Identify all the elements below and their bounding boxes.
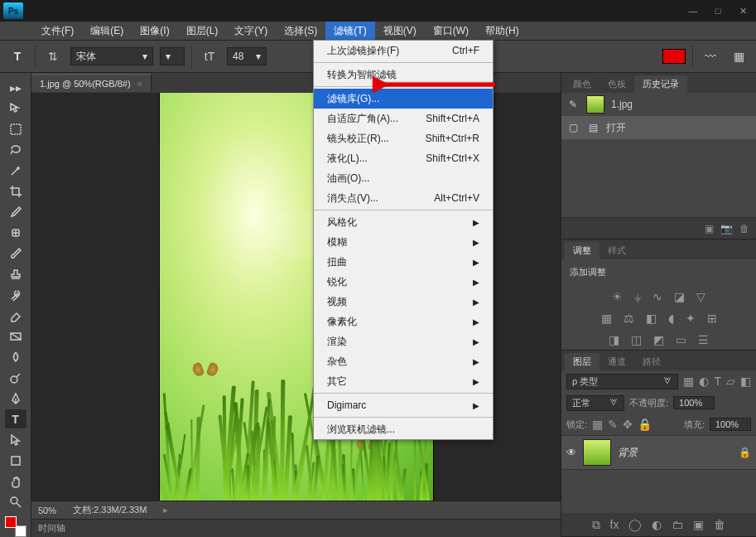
threshold-icon[interactable]: ◩	[653, 333, 664, 346]
balance-icon[interactable]: ⚖	[624, 312, 634, 325]
menu-item[interactable]: 镜头校正(R)...Shift+Ctrl+R	[314, 128, 493, 148]
menu-image[interactable]: 图像(I)	[132, 22, 177, 40]
gradient-map-icon[interactable]: ▭	[676, 333, 686, 346]
crop-tool[interactable]	[5, 181, 26, 201]
history-brush-tool[interactable]	[5, 285, 26, 304]
menu-item[interactable]: 风格化▶	[314, 212, 493, 232]
font-style-select[interactable]: ▾	[160, 47, 185, 65]
exposure-icon[interactable]: ◪	[674, 290, 685, 303]
document-tab[interactable]: 1.jpg @ 50%(RGB/8#) ×	[31, 74, 152, 92]
new-layer-icon[interactable]: ▣	[693, 518, 704, 531]
tab-styles[interactable]: 样式	[600, 242, 634, 259]
zoom-readout[interactable]: 50%	[38, 506, 56, 515]
menu-edit[interactable]: 编辑(E)	[82, 22, 132, 40]
wand-tool[interactable]	[5, 161, 26, 180]
invert-icon[interactable]: ◨	[609, 333, 619, 346]
hue-icon[interactable]: ▦	[601, 312, 612, 325]
marquee-tool[interactable]	[5, 119, 26, 138]
tab-color[interactable]: 颜色	[565, 75, 600, 93]
font-family-select[interactable]: 宋体▾	[70, 47, 153, 65]
menu-type[interactable]: 文字(Y)	[226, 22, 276, 40]
fill-field[interactable]: 100%	[710, 418, 751, 431]
fx-icon[interactable]: fx	[610, 518, 619, 531]
menu-item[interactable]: 模糊▶	[314, 232, 493, 252]
zoom-tool[interactable]	[5, 492, 26, 511]
tab-layers[interactable]: 图层	[565, 353, 600, 370]
menu-item[interactable]: 渲染▶	[314, 331, 493, 351]
blur-tool[interactable]	[5, 347, 26, 366]
tab-paths[interactable]: 路径	[634, 353, 669, 370]
filter-type-icon[interactable]: T	[714, 375, 721, 388]
menu-item[interactable]: 视频▶	[314, 292, 493, 312]
delete-layer-icon[interactable]: 🗑	[714, 518, 725, 531]
filter-adjust-icon[interactable]: ◐	[699, 375, 709, 388]
menu-item[interactable]: 浏览联机滤镜...	[314, 419, 493, 439]
layer-kind-filter[interactable]: ρ 类型⩔	[566, 374, 678, 389]
create-doc-icon[interactable]: ▣	[705, 223, 714, 235]
filter-shape-icon[interactable]: ▱	[726, 375, 735, 388]
bw-icon[interactable]: ◧	[646, 312, 657, 325]
mixer-icon[interactable]: ✦	[686, 312, 696, 325]
opacity-field[interactable]: 100%	[673, 396, 715, 409]
history-state-row[interactable]: ▢ ▤ 打开	[561, 116, 756, 139]
lasso-tool[interactable]	[5, 140, 26, 159]
menu-item[interactable]: 液化(L)...Shift+Ctrl+X	[314, 148, 493, 168]
lock-pos-icon[interactable]: ✥	[623, 418, 633, 431]
path-select-tool[interactable]	[5, 430, 26, 449]
menu-item[interactable]: 上次滤镜操作(F)Ctrl+F	[314, 41, 493, 60]
warp-text-icon[interactable]: 〰	[700, 46, 721, 66]
menu-item[interactable]: 自适应广角(A)...Shift+Ctrl+A	[314, 109, 493, 128]
menu-item[interactable]: 消失点(V)...Alt+Ctrl+V	[314, 188, 493, 208]
lock-paint-icon[interactable]: ✎	[608, 418, 618, 431]
camera-icon[interactable]: 📷	[720, 223, 733, 235]
menu-window[interactable]: 窗口(W)	[425, 22, 477, 40]
link-icon[interactable]: ⧉	[592, 518, 600, 532]
panels-icon[interactable]: ▦	[728, 46, 749, 66]
menu-help[interactable]: 帮助(H)	[477, 22, 527, 40]
lock-trans-icon[interactable]: ▦	[592, 418, 603, 431]
expand-icon[interactable]: ▸▸	[5, 78, 26, 97]
menu-item[interactable]: 扭曲▶	[314, 252, 493, 272]
text-color-swatch[interactable]	[662, 49, 686, 64]
orientation-toggle[interactable]: ⇅	[42, 46, 64, 66]
eyedropper-tool[interactable]	[5, 202, 26, 221]
vibrance-icon[interactable]: ▽	[696, 290, 705, 303]
tab-swatches[interactable]: 色板	[600, 75, 634, 93]
filter-smart-icon[interactable]: ◧	[740, 375, 751, 388]
timeline-panel-tab[interactable]: 时间轴	[31, 519, 561, 537]
menu-filter[interactable]: 滤镜(T)	[325, 22, 374, 40]
tool-indicator-type[interactable]: T	[7, 46, 28, 66]
menu-item[interactable]: 转换为智能滤镜	[314, 65, 493, 85]
color-picker[interactable]	[5, 516, 26, 537]
blend-mode-select[interactable]: 正常⩔	[566, 395, 624, 411]
brush-tool[interactable]	[5, 244, 26, 263]
hand-tool[interactable]	[5, 472, 26, 491]
maximize-button[interactable]: □	[708, 4, 728, 17]
brightness-icon[interactable]: ☀	[612, 290, 623, 303]
close-button[interactable]: ✕	[733, 4, 753, 17]
fill-adj-icon[interactable]: ◐	[652, 518, 662, 531]
shape-tool[interactable]	[5, 451, 26, 470]
menu-layer[interactable]: 图层(L)	[178, 22, 227, 40]
heal-tool[interactable]	[5, 223, 26, 242]
menu-select[interactable]: 选择(S)	[276, 22, 325, 40]
font-size-select[interactable]: 48▾	[227, 47, 267, 65]
tab-adjust[interactable]: 调整	[565, 242, 600, 259]
pen-tool[interactable]	[5, 389, 26, 408]
menu-item[interactable]: 滤镜库(G)...	[314, 89, 493, 109]
mask-icon[interactable]: ◯	[628, 518, 642, 531]
menu-item[interactable]: 杂色▶	[314, 351, 493, 371]
menu-item[interactable]: 像素化▶	[314, 312, 493, 331]
type-tool[interactable]: T	[5, 409, 26, 428]
visibility-icon[interactable]: 👁	[566, 447, 576, 458]
lock-all-icon[interactable]: 🔒	[638, 418, 652, 431]
photo-filter-icon[interactable]: ◖	[668, 312, 674, 325]
menu-item[interactable]: 锐化▶	[314, 272, 493, 292]
minimize-button[interactable]: —	[683, 4, 703, 17]
eraser-tool[interactable]	[5, 306, 26, 325]
menu-view[interactable]: 视图(V)	[375, 22, 425, 40]
selective-icon[interactable]: ☰	[698, 333, 709, 346]
tab-history[interactable]: 历史记录	[634, 75, 687, 93]
history-snapshot-row[interactable]: ✎ 1.jpg	[561, 93, 756, 116]
move-tool[interactable]	[5, 99, 26, 118]
